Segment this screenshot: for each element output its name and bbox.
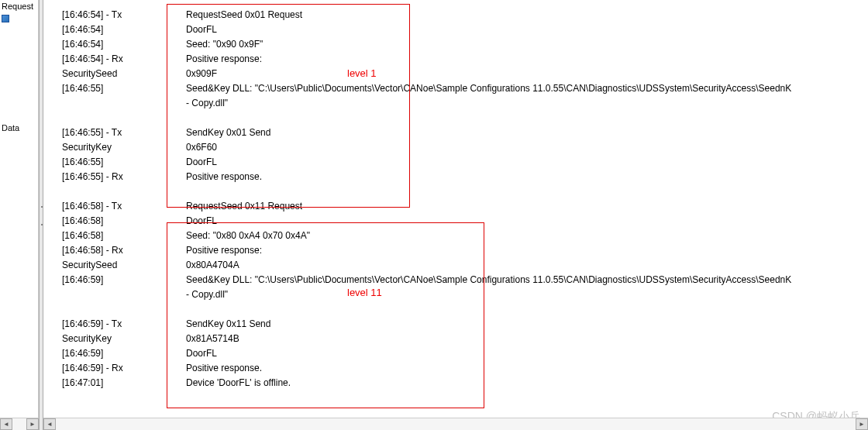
log-line: [16:46:59] - TxSendKey 0x11 Send [62, 317, 868, 332]
log-line: [16:46:55] - RxPositive response. [62, 170, 868, 184]
log-timestamp: SecurityKey [62, 140, 186, 155]
log-message: Positive response: [186, 52, 868, 67]
log-message: DoorFL [186, 155, 868, 170]
log-line: [16:46:54]DoorFL [62, 22, 868, 37]
log-message: DoorFL [186, 22, 868, 37]
log-timestamp: [16:46:58] [62, 214, 186, 229]
log-timestamp: SecurityKey [62, 332, 186, 346]
log-line: [16:46:58] - RxPositive response: [62, 243, 868, 258]
sidebar: Request Data [0, 0, 39, 430]
log-timestamp: [16:46:54] [62, 37, 186, 52]
log-timestamp [62, 184, 186, 199]
log-timestamp [62, 287, 186, 302]
log-timestamp: [16:46:58] [62, 229, 186, 243]
log-line: [16:46:55] - TxSendKey 0x01 Send [62, 126, 868, 140]
log-line: [16:46:58]DoorFL [62, 214, 868, 229]
scroll-left-icon[interactable]: ◄ [0, 418, 12, 430]
log-line: SecuritySeed 0x909F [62, 67, 868, 81]
scroll-track[interactable] [56, 418, 856, 430]
log-message: Device 'DoorFL' is offline. [186, 376, 868, 390]
log-timestamp: [16:46:59] [62, 346, 186, 361]
log-message: Seed&Key DLL: "C:\Users\Public\Documents… [186, 273, 868, 287]
log-message: DoorFL [186, 214, 868, 229]
sidebar-hscrollbar[interactable]: ◄ ► [0, 418, 39, 430]
log-timestamp: [16:47:01] [62, 376, 186, 390]
annotation-level1: level 1 [347, 67, 377, 79]
log-timestamp [62, 302, 186, 317]
log-message [186, 184, 868, 199]
log-message: Positive response. [186, 361, 868, 376]
log-message [186, 302, 868, 317]
log-timestamp: [16:46:55] - Rx [62, 170, 186, 184]
log-timestamp: [16:46:59] - Rx [62, 361, 186, 376]
log-line [62, 111, 868, 126]
log-line: [16:46:58]Seed: "0x80 0xA4 0x70 0x4A" [62, 229, 868, 243]
log-line: [16:46:55]Seed&Key DLL: "C:\Users\Public… [62, 81, 868, 96]
log-timestamp: SecuritySeed [62, 67, 186, 81]
log-timestamp: [16:46:58] - Rx [62, 243, 186, 258]
vertical-splitter[interactable] [39, 0, 43, 430]
log-line: SecuritySeed 0x80A4704A [62, 258, 868, 273]
log-timestamp: [16:46:59] [62, 273, 186, 287]
log-message: DoorFL [186, 346, 868, 361]
log-line: [16:46:54]Seed: "0x90 0x9F" [62, 37, 868, 52]
log-timestamp: [16:46:54] [62, 22, 186, 37]
log-line: SecurityKey 0x81A5714B [62, 332, 868, 346]
log-message: RequestSeed 0x11 Request [186, 199, 868, 214]
sidebar-item-data[interactable]: Data [2, 123, 36, 132]
log-timestamp: [16:46:55] - Tx [62, 126, 186, 140]
log-line: [16:46:58] - TxRequestSeed 0x11 Request [62, 199, 868, 214]
log-content: [16:46:54] - TxRequestSeed 0x01 Request … [46, 0, 868, 430]
log-message: Seed: "0x90 0x9F" [186, 37, 868, 52]
log-timestamp: [16:46:59] - Tx [62, 317, 186, 332]
log-message: Seed: "0x80 0xA4 0x70 0x4A" [186, 229, 868, 243]
log-message: SendKey 0x11 Send [186, 317, 868, 332]
log-message [186, 111, 868, 126]
log-line: SecurityKey 0x6F60 [62, 140, 868, 155]
request-icon[interactable] [2, 15, 9, 22]
scroll-right-icon[interactable]: ► [26, 418, 39, 430]
log-timestamp: [16:46:55] [62, 155, 186, 170]
log-line: - Copy.dll" [62, 96, 868, 111]
log-message: 0x6F60 [186, 140, 868, 155]
scroll-left-icon[interactable]: ◄ [43, 418, 56, 430]
log-line [62, 184, 868, 199]
log-message: - Copy.dll" [186, 287, 868, 302]
log-message: Seed&Key DLL: "C:\Users\Public\Documents… [186, 81, 868, 96]
log-line: [16:46:59]DoorFL [62, 346, 868, 361]
log-line: - Copy.dll" [62, 287, 868, 302]
scroll-right-icon[interactable]: ► [856, 418, 868, 430]
log-line: [16:47:01]Device 'DoorFL' is offline. [62, 376, 868, 390]
log-line: [16:46:59] - RxPositive response. [62, 361, 868, 376]
log-message: 0x81A5714B [186, 332, 868, 346]
log-line: [16:46:54] - RxPositive response: [62, 52, 868, 67]
scroll-track[interactable] [12, 418, 26, 430]
log-line [62, 302, 868, 317]
log-line: [16:46:55]DoorFL [62, 155, 868, 170]
log-message: Positive response. [186, 170, 868, 184]
log-timestamp: [16:46:58] - Tx [62, 199, 186, 214]
log-timestamp: SecuritySeed [62, 258, 186, 273]
log-message: - Copy.dll" [186, 96, 868, 111]
log-timestamp: [16:46:55] [62, 81, 186, 96]
log-timestamp: [16:46:54] - Tx [62, 8, 186, 22]
log-message: Positive response: [186, 243, 868, 258]
log-line: [16:46:59]Seed&Key DLL: "C:\Users\Public… [62, 273, 868, 287]
log-timestamp [62, 96, 186, 111]
log-line: [16:46:54] - TxRequestSeed 0x01 Request [62, 8, 868, 22]
log-message: SendKey 0x01 Send [186, 126, 868, 140]
content-hscrollbar[interactable]: ◄ ► [43, 418, 868, 430]
log-timestamp: [16:46:54] - Rx [62, 52, 186, 67]
log-timestamp [62, 111, 186, 126]
annotation-level11: level 11 [347, 287, 382, 298]
log-message: RequestSeed 0x01 Request [186, 8, 868, 22]
log-message: 0x80A4704A [186, 258, 868, 273]
sidebar-item-request[interactable]: Request [2, 2, 36, 11]
log-message: 0x909F [186, 67, 868, 81]
